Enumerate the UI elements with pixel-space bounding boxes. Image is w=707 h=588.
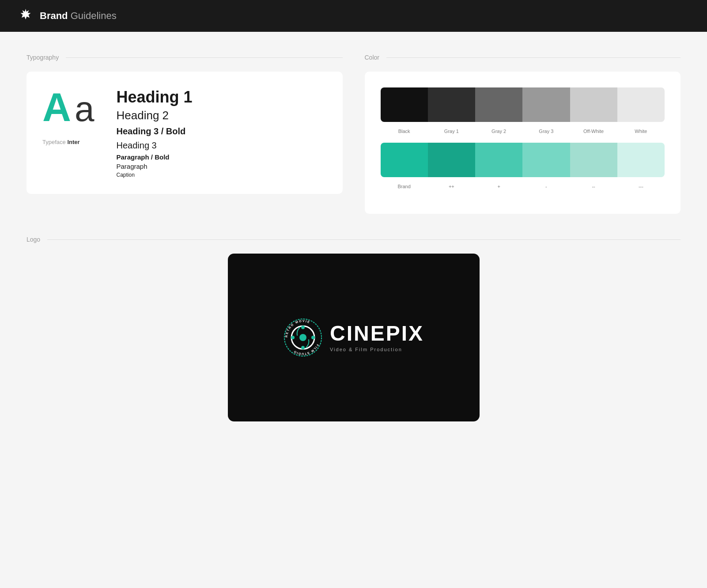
swatch-gray1 <box>428 87 475 122</box>
sample-heading-2: Heading 2 <box>117 108 193 123</box>
sample-paragraph-bold: Paragraph / Bold <box>117 153 193 161</box>
big-letter-a: A <box>42 87 71 127</box>
svg-point-3 <box>301 326 305 329</box>
typography-panel: A a Typeface Inter Heading 1 Heading 2 H… <box>26 72 343 194</box>
label-brand: Brand <box>381 184 428 189</box>
typeface-value: Inter <box>67 139 79 145</box>
typography-header: Typography <box>26 54 343 61</box>
label-brand-mm: -- <box>570 184 617 189</box>
header: Brand Guidelines <box>0 0 707 32</box>
swatch-brand-p <box>475 143 522 177</box>
swatch-brand <box>381 143 428 177</box>
swatch-brand-mmm <box>617 143 665 177</box>
swatch-brand-pp <box>428 143 475 177</box>
film-reel-svg: RETRO MOVIE FILM STUDIO <box>283 318 323 357</box>
top-grid: Typography A a Typeface Inter <box>26 54 681 214</box>
type-letters: A a <box>42 87 95 127</box>
brand-group: Brand ++ + - -- --- <box>381 143 665 189</box>
brand-swatches <box>381 143 665 177</box>
sample-heading-3-bold: Heading 3 / Bold <box>117 125 193 137</box>
logo-title: Logo <box>26 236 40 243</box>
cinepix-tagline: Video & Film Production <box>330 347 424 352</box>
label-offwhite: Off-White <box>570 129 617 134</box>
swatch-black <box>381 87 428 122</box>
color-title: Color <box>365 54 379 61</box>
logo-header: Logo <box>26 236 681 243</box>
color-section: Color <box>365 54 681 214</box>
grayscale-swatches <box>381 87 665 122</box>
brand-labels: Brand ++ + - -- --- <box>381 181 665 189</box>
cinepix-text-group: CINEPIX Video & Film Production <box>330 323 424 352</box>
sample-heading-1: Heading 1 <box>117 87 193 106</box>
label-brand-pp: ++ <box>428 184 475 189</box>
header-title: Brand Guidelines <box>40 10 117 22</box>
svg-text:FILM STUDIO: FILM STUDIO <box>293 344 319 356</box>
main-content: Typography A a Typeface Inter <box>0 32 707 588</box>
sample-caption: Caption <box>117 172 193 178</box>
svg-point-6 <box>311 336 315 339</box>
typeface-label: Typeface Inter <box>42 139 95 145</box>
label-black: Black <box>381 129 428 134</box>
color-panel: Black Gray 1 Gray 2 Gray 3 Off-White Whi… <box>365 72 681 214</box>
svg-point-4 <box>301 346 305 349</box>
sample-paragraph: Paragraph <box>117 163 193 170</box>
label-brand-mmm: --- <box>617 184 665 189</box>
label-brand-m: - <box>522 184 570 189</box>
logo-section: Logo <box>26 236 681 421</box>
typography-title: Typography <box>26 54 59 61</box>
swatch-brand-mm <box>570 143 617 177</box>
logo-display: RETRO MOVIE FILM STUDIO CINEPIX <box>228 254 480 421</box>
small-letter-a: a <box>75 91 95 127</box>
cinepix-logo: RETRO MOVIE FILM STUDIO CINEPIX <box>283 318 424 357</box>
color-header: Color <box>365 54 681 61</box>
svg-point-5 <box>291 336 295 339</box>
swatch-gray2 <box>475 87 522 122</box>
label-gray1: Gray 1 <box>428 129 475 134</box>
type-left: A a Typeface Inter <box>42 87 95 145</box>
svg-text:RETRO MOVIE: RETRO MOVIE <box>285 319 311 338</box>
typography-section: Typography A a Typeface Inter <box>26 54 343 214</box>
grayscale-group: Black Gray 1 Gray 2 Gray 3 Off-White Whi… <box>381 87 665 134</box>
label-brand-p: + <box>475 184 522 189</box>
swatch-gray3 <box>522 87 570 122</box>
logo-divider <box>47 239 681 240</box>
swatch-offwhite <box>570 87 617 122</box>
label-gray3: Gray 3 <box>522 129 570 134</box>
cinepix-name: CINEPIX <box>330 323 424 344</box>
sun-star-icon <box>18 8 34 24</box>
swatch-brand-m <box>522 143 570 177</box>
header-title-bold: Brand <box>40 10 68 21</box>
label-white: White <box>617 129 665 134</box>
swatch-white <box>617 87 665 122</box>
label-gray2: Gray 2 <box>475 129 522 134</box>
color-divider <box>386 57 681 58</box>
type-samples: Heading 1 Heading 2 Heading 3 / Bold Hea… <box>108 87 193 178</box>
typeface-label-text: Typeface <box>42 139 66 145</box>
grayscale-labels: Black Gray 1 Gray 2 Gray 3 Off-White Whi… <box>381 125 665 134</box>
sample-heading-3: Heading 3 <box>117 139 193 152</box>
svg-point-2 <box>299 334 306 341</box>
logo-icon-area: RETRO MOVIE FILM STUDIO <box>283 318 323 357</box>
header-title-light: Guidelines <box>68 10 117 21</box>
typography-divider <box>66 57 342 58</box>
